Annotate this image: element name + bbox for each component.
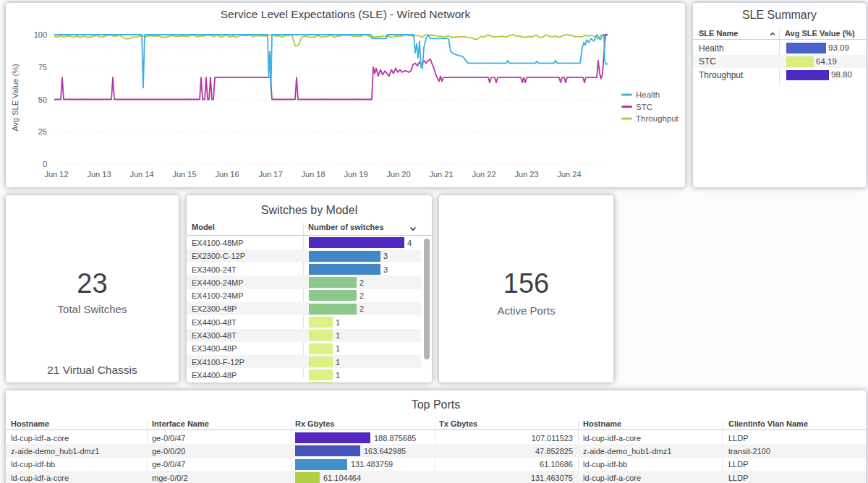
svg-text:Jun 17: Jun 17: [258, 170, 282, 179]
svg-text:Jun 24: Jun 24: [557, 170, 581, 179]
svg-text:25: 25: [38, 127, 47, 136]
svg-text:Jun 16: Jun 16: [215, 170, 239, 179]
svg-text:Health: Health: [636, 90, 660, 99]
svg-text:Jun 21: Jun 21: [429, 170, 453, 179]
svg-text:Jun 14: Jun 14: [129, 170, 153, 179]
svg-text:50: 50: [38, 95, 47, 104]
svg-text:Jun 12: Jun 12: [44, 170, 68, 179]
svg-text:Jun 23: Jun 23: [514, 170, 538, 179]
svg-text:Jun 13: Jun 13: [87, 170, 111, 179]
svg-text:75: 75: [38, 63, 47, 72]
svg-text:0: 0: [43, 160, 47, 168]
svg-text:100: 100: [34, 30, 47, 39]
svg-text:Jun 18: Jun 18: [301, 170, 325, 179]
svg-text:Jun 20: Jun 20: [386, 170, 410, 179]
svg-text:Jun 19: Jun 19: [344, 170, 367, 179]
svg-text:Throughput: Throughput: [636, 114, 679, 123]
svg-text:Jun 15: Jun 15: [172, 170, 196, 179]
svg-text:Jun 22: Jun 22: [472, 170, 495, 179]
svg-text:STC: STC: [636, 103, 652, 111]
svg-text:Avg SLE Value (%): Avg SLE Value (%): [11, 64, 20, 131]
